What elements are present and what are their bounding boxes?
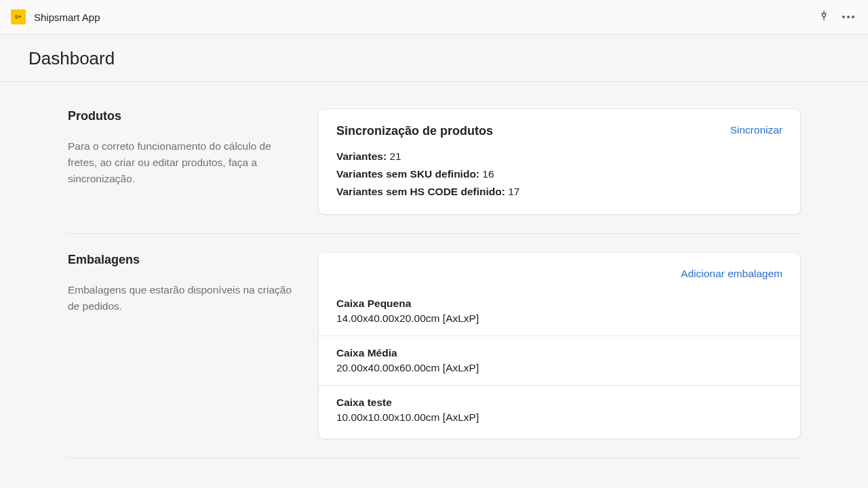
no-sku-label: Variantes sem SKU definido: [336,168,479,180]
packaging-item-dims: 10.00x10.00x10.00cm [AxLxP] [336,411,783,424]
app-title: Shipsmart App [34,12,100,23]
packaging-item-name: Caixa Média [336,347,783,359]
more-icon[interactable] [838,12,859,22]
packaging-card: Adicionar embalagem Caixa Pequena 14.00x… [319,253,800,439]
packaging-item[interactable]: Caixa Média 20.00x40.00x60.00cm [AxLxP] [319,336,800,386]
no-sku-value: 16 [482,168,494,180]
packaging-item[interactable]: Caixa Pequena 14.00x40.00x20.00cm [AxLxP… [319,287,800,336]
products-card-header: Sincronização de produtos Sincronizar [319,109,800,138]
packaging-item-dims: 20.00x40.00x60.00cm [AxLxP] [336,362,783,374]
topbar-actions [816,8,859,26]
no-sku-stat: Variantes sem SKU definido: 16 [336,168,783,180]
products-heading: Produtos [68,109,292,123]
products-card-body: Variantes: 21 Variantes sem SKU definido… [319,138,800,214]
products-card-title: Sincronização de produtos [336,124,493,138]
sub-header: Dashboard [0,35,868,82]
packaging-item[interactable]: Caixa teste 10.00x10.00x10.00cm [AxLxP] [319,386,800,439]
packaging-card-header: Adicionar embalagem [319,253,800,287]
packaging-info: Embalagens Embalagens que estarão dispon… [68,253,319,439]
packaging-heading: Embalagens [68,253,292,267]
app-icon: 9+ [11,9,26,24]
products-info: Produtos Para o correto funcionamento do… [68,109,319,214]
products-sync-card: Sincronização de produtos Sincronizar Va… [319,109,800,214]
sync-button[interactable]: Sincronizar [730,124,783,136]
content-area: Produtos Para o correto funcionamento do… [0,82,868,486]
no-hs-label: Variantes sem HS CODE definido: [336,186,505,197]
add-packaging-button[interactable]: Adicionar embalagem [681,268,783,280]
packaging-section: Embalagens Embalagens que estarão dispon… [68,234,800,458]
products-description: Para o correto funcionamento do cálculo … [68,138,292,187]
pin-icon[interactable] [816,8,831,26]
variants-label: Variantes: [336,150,387,162]
top-bar: 9+ Shipsmart App [0,0,868,35]
no-hs-value: 17 [508,186,519,197]
packaging-description: Embalagens que estarão disponíveis na cr… [68,282,292,314]
packaging-item-dims: 14.00x40.00x20.00cm [AxLxP] [336,312,783,325]
page-title: Dashboard [28,48,840,69]
no-hs-stat: Variantes sem HS CODE definido: 17 [336,186,783,198]
products-section: Produtos Para o correto funcionamento do… [68,82,800,234]
variants-stat: Variantes: 21 [336,150,783,163]
packaging-item-name: Caixa teste [336,396,783,409]
variants-value: 21 [389,150,401,162]
packaging-item-name: Caixa Pequena [336,298,783,310]
